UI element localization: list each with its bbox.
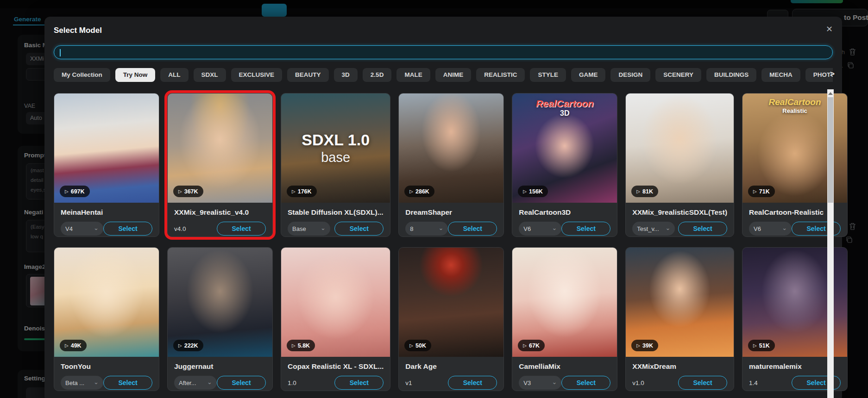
version-dropdown[interactable]: After... ⌄ bbox=[174, 376, 217, 390]
version-dropdown[interactable]: Base ⌄ bbox=[288, 222, 330, 236]
views-badge: ▷ 5.8K bbox=[287, 340, 315, 351]
tab-game[interactable]: GAME bbox=[571, 68, 606, 82]
card-controls: v1.0 Select bbox=[632, 376, 727, 390]
select-button[interactable]: Select bbox=[561, 222, 610, 236]
scrollbar-thumb[interactable] bbox=[828, 97, 833, 203]
model-preview-image: ▷ 5.8K bbox=[281, 248, 390, 357]
version-text: v4.0 bbox=[174, 225, 186, 232]
model-card[interactable]: ▷ 67K CamelliaMix V3 ⌄ Select bbox=[512, 247, 617, 391]
chevron-down-icon: ⌄ bbox=[438, 224, 443, 231]
play-icon: ▷ bbox=[65, 189, 69, 194]
views-count: 67K bbox=[529, 342, 540, 349]
select-button[interactable]: Select bbox=[103, 222, 152, 236]
tab-exclusive[interactable]: EXCLUSIVE bbox=[231, 68, 283, 82]
tab-3d[interactable]: 3D bbox=[334, 68, 358, 82]
version-dropdown[interactable]: V6 ⌄ bbox=[519, 222, 561, 236]
filter-tabs: My CollectionTry NowALLSDXLEXCLUSIVEBEAU… bbox=[54, 68, 833, 82]
play-icon: ▷ bbox=[753, 189, 757, 194]
views-count: 286K bbox=[415, 188, 429, 195]
model-card[interactable]: SDXL 1.0base ▷ 176K Stable Diffusion XL(… bbox=[281, 93, 390, 237]
tab-anime[interactable]: ANIME bbox=[435, 68, 472, 82]
tab-try-now[interactable]: Try Now bbox=[115, 68, 156, 82]
tab-realistic[interactable]: REALISTIC bbox=[476, 68, 525, 82]
version-value: V3 bbox=[523, 379, 531, 386]
model-card[interactable]: ▷ 286K DreamShaper 8 ⌄ Select bbox=[398, 93, 504, 237]
version-value: V6 bbox=[754, 225, 761, 232]
version-dropdown[interactable]: V3 ⌄ bbox=[519, 376, 561, 390]
select-button[interactable]: Select bbox=[561, 376, 610, 390]
tab-my-collection[interactable]: My Collection bbox=[54, 68, 110, 82]
model-preview-image: ▷ 50K bbox=[399, 248, 503, 357]
tab-photography[interactable]: PHOTOGRAPHY bbox=[805, 68, 833, 82]
views-count: 697K bbox=[71, 188, 85, 195]
tab-sdxl[interactable]: SDXL bbox=[194, 68, 226, 82]
model-preview-image: ▷ 67K bbox=[512, 248, 617, 357]
model-name: Copax Realistic XL - SDXL... bbox=[288, 362, 384, 371]
card-controls: 1.0 Select bbox=[288, 376, 384, 390]
version-dropdown[interactable]: 8 ⌄ bbox=[405, 222, 448, 236]
tab-scenery[interactable]: SCENERY bbox=[655, 68, 701, 82]
views-badge: ▷ 49K bbox=[60, 340, 87, 351]
views-badge: ▷ 51K bbox=[748, 340, 775, 351]
version-dropdown[interactable]: Beta ... ⌄ bbox=[61, 376, 103, 390]
tab-beauty[interactable]: BEAUTY bbox=[287, 68, 329, 82]
model-card[interactable]: ▷ 222K Juggernaut After... ⌄ Select bbox=[167, 247, 273, 391]
tab-buildings[interactable]: BUILDINGS bbox=[706, 68, 756, 82]
tab-mecha[interactable]: MECHA bbox=[761, 68, 800, 82]
version-text: v1.0 bbox=[632, 379, 644, 386]
tab-design[interactable]: DESIGN bbox=[610, 68, 650, 82]
play-icon: ▷ bbox=[523, 343, 527, 348]
model-search-input[interactable] bbox=[54, 45, 833, 59]
tab-all[interactable]: ALL bbox=[160, 68, 188, 82]
select-button[interactable]: Select bbox=[334, 376, 384, 390]
model-name: MeinaHentai bbox=[61, 208, 152, 217]
tab-male[interactable]: MALE bbox=[396, 68, 430, 82]
views-badge: ▷ 71K bbox=[748, 186, 775, 197]
model-card[interactable]: ▷ 50K Dark Age v1 Select bbox=[398, 247, 504, 391]
play-icon: ▷ bbox=[178, 189, 182, 194]
tab-style[interactable]: STYLE bbox=[530, 68, 566, 82]
model-card[interactable]: ▷ 367K XXMix_9realistic_v4.0 v4.0 Select bbox=[167, 93, 273, 237]
select-button[interactable]: Select bbox=[448, 222, 497, 236]
card-controls: 8 ⌄ Select bbox=[405, 222, 497, 236]
select-button[interactable]: Select bbox=[448, 376, 497, 390]
model-preview-image: ▷ 286K bbox=[399, 93, 503, 203]
version-dropdown[interactable]: Test_v... ⌄ bbox=[632, 222, 675, 236]
model-preview-image: ▷ 39K bbox=[626, 248, 734, 357]
select-button[interactable]: Select bbox=[678, 222, 727, 236]
version-text: v1 bbox=[405, 379, 412, 386]
tab-2-5d[interactable]: 2.5D bbox=[363, 68, 392, 82]
views-count: 81K bbox=[642, 188, 653, 195]
model-preview-image: SDXL 1.0base ▷ 176K bbox=[281, 93, 390, 203]
select-button[interactable]: Select bbox=[217, 222, 266, 236]
views-badge: ▷ 176K bbox=[287, 186, 317, 197]
model-card[interactable]: ▷ 39K XXMixDream v1.0 Select bbox=[625, 247, 734, 391]
version-dropdown[interactable]: V6 ⌄ bbox=[749, 222, 792, 236]
model-card[interactable]: ▷ 81K XXMix_9realisticSDXL(Test) Test_v.… bbox=[625, 93, 734, 237]
model-name: XXMix_9realisticSDXL(Test) bbox=[632, 208, 727, 217]
views-count: 71K bbox=[759, 188, 770, 195]
select-button[interactable]: Select bbox=[217, 376, 266, 390]
play-icon: ▷ bbox=[636, 343, 640, 348]
scrollbar-track[interactable] bbox=[827, 89, 834, 398]
app-root: Generate Basic M XXMi VAE Auto Prompt (m… bbox=[0, 0, 868, 398]
version-dropdown[interactable]: V4 ⌄ bbox=[61, 222, 103, 236]
model-card[interactable]: RealCartoon3D ▷ 156K RealCartoon3D V6 ⌄ … bbox=[512, 93, 617, 237]
tabs-more-chevron-icon[interactable]: > bbox=[830, 69, 835, 79]
play-icon: ▷ bbox=[753, 343, 757, 348]
model-card[interactable]: ▷ 5.8K Copax Realistic XL - SDXL... 1.0 … bbox=[281, 247, 390, 391]
select-button[interactable]: Select bbox=[334, 222, 384, 236]
views-count: 176K bbox=[298, 188, 312, 195]
close-icon[interactable]: ✕ bbox=[826, 25, 833, 33]
model-card[interactable]: ▷ 697K MeinaHentai V4 ⌄ Select bbox=[54, 93, 159, 237]
select-button[interactable]: Select bbox=[678, 376, 727, 390]
version-text: 1.0 bbox=[288, 379, 296, 386]
play-icon: ▷ bbox=[636, 189, 640, 194]
play-icon: ▷ bbox=[409, 189, 413, 194]
select-button[interactable]: Select bbox=[103, 376, 152, 390]
views-count: 156K bbox=[529, 188, 543, 195]
scrollbar-up-arrow-icon[interactable] bbox=[828, 92, 833, 95]
model-name: RealCartoon3D bbox=[519, 208, 610, 217]
model-card[interactable]: ▷ 49K ToonYou Beta ... ⌄ Select bbox=[54, 247, 159, 391]
card-controls: After... ⌄ Select bbox=[174, 376, 266, 390]
